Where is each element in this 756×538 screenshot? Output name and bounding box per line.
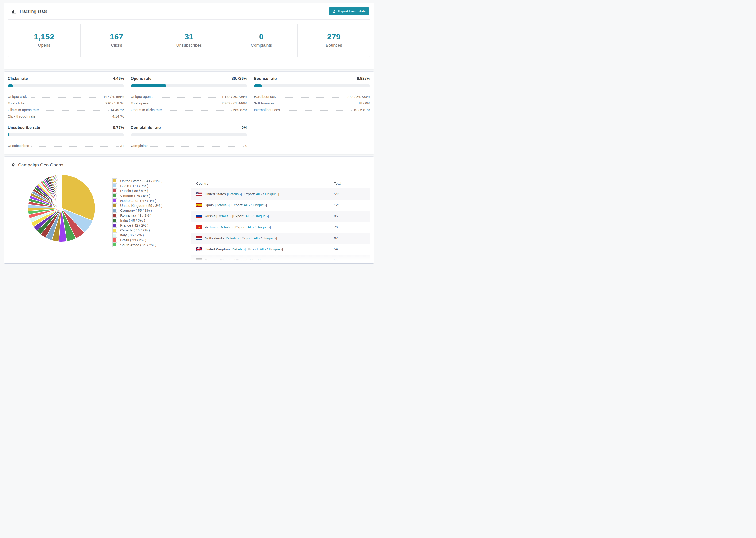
legend-swatch xyxy=(112,183,117,188)
details-link[interactable]: Details › xyxy=(220,225,233,229)
rate-head: Clicks rate 4.46% xyxy=(8,76,124,81)
legend-label: Canada ( 40 / 2% ) xyxy=(120,228,150,232)
rate-value: 30.736% xyxy=(232,76,247,81)
dotted-leader xyxy=(278,97,346,98)
metric-label: Total clicks xyxy=(8,101,25,105)
stat-value: 167 xyxy=(110,32,123,41)
geo-table-row-russia: Russia [Details ›] [Export: All › / Uniq… xyxy=(191,211,370,222)
legend-swatch xyxy=(112,178,117,183)
legend-item-netherlands: Netherlands ( 67 / 4% ) xyxy=(112,198,178,203)
pie-slice[interactable] xyxy=(61,175,62,208)
details-link[interactable]: Details › xyxy=(232,247,244,251)
export-basic-stats-button[interactable]: Export basic stats xyxy=(329,7,369,15)
export-all-link[interactable]: All › xyxy=(245,214,251,218)
legend-item-italy: Italy ( 36 / 2% ) xyxy=(112,233,178,238)
legend-label: South Africa ( 29 / 2% ) xyxy=(120,243,156,247)
rate-block-complaints-rate: Complaints rate 0% Complaints 0 xyxy=(131,125,247,148)
legend-item-spain: Spain ( 121 / 7% ) xyxy=(112,183,178,188)
metric-label: Soft bounces xyxy=(254,101,274,105)
stats-strip: 1,152 Opens 167 Clicks 31 Unsubscribes 0… xyxy=(8,24,370,57)
metric-value: 2,303 / 61.446% xyxy=(222,101,247,105)
geo-table-header: Country Total xyxy=(191,178,370,188)
legend-label: United States ( 541 / 31% ) xyxy=(120,179,162,183)
rate-block-opens-rate: Opens rate 30.736% Unique opens 1,152 / … xyxy=(131,76,247,118)
metric-label: Internal bounces xyxy=(254,108,280,112)
details-link[interactable]: Details › xyxy=(217,214,230,218)
country-total: 67 xyxy=(334,236,370,240)
legend-label: India ( 46 / 3% ) xyxy=(120,218,145,222)
stat-label: Complaints xyxy=(251,43,272,48)
export-all-link[interactable]: All › xyxy=(256,192,262,196)
stat-label: Unsubscribes xyxy=(176,43,202,48)
metric-value: 242 / 86.738% xyxy=(348,95,370,99)
metric-label: Unique opens xyxy=(131,95,153,99)
geo-body: United States ( 541 / 31% ) Spain ( 121 … xyxy=(4,174,374,264)
legend-item-india: India ( 46 / 3% ) xyxy=(112,218,178,223)
progress-bar xyxy=(254,84,370,87)
details-link[interactable]: Details › xyxy=(228,192,241,196)
rate-head: Complaints rate 0% xyxy=(131,125,247,130)
country-total: 79 xyxy=(334,225,370,229)
tracking-stats-card: Tracking stats Export basic stats 1,152 … xyxy=(4,3,374,70)
rate-title: Bounce rate xyxy=(254,76,277,81)
dotted-leader xyxy=(37,117,111,117)
details-link[interactable]: Details › xyxy=(221,258,234,262)
legend-item-germany: Germany ( 55 / 3% ) xyxy=(112,208,178,213)
export-unique-link[interactable]: Unique › xyxy=(254,214,268,218)
flag-ru-icon xyxy=(196,214,202,218)
rate-head: Bounce rate 6.927% xyxy=(254,76,370,81)
metric-value: 31 xyxy=(120,144,124,148)
export-unique-link[interactable]: Unique › xyxy=(265,192,278,196)
dotted-leader xyxy=(164,110,232,111)
legend-label: Germany ( 55 / 3% ) xyxy=(120,208,152,212)
rates-grid: Clicks rate 4.46% Unique clicks 167 / 4.… xyxy=(4,72,374,154)
country-total: 121 xyxy=(334,203,370,207)
legend-swatch xyxy=(112,188,117,193)
legend-item-romania: Romania ( 49 / 3% ) xyxy=(112,213,178,218)
export-unique-link[interactable]: Unique › xyxy=(257,225,270,229)
details-link[interactable]: Details › xyxy=(216,203,229,207)
legend-swatch xyxy=(112,208,117,213)
tracking-stats-header: Tracking stats Export basic stats xyxy=(4,3,374,20)
legend-label: Netherlands ( 67 / 4% ) xyxy=(120,198,156,202)
details-link[interactable]: Details › xyxy=(226,236,239,240)
metric-value: 0 xyxy=(245,144,247,148)
stat-value: 1,152 xyxy=(34,32,54,41)
dotted-leader xyxy=(151,104,220,104)
rate-block-clicks-rate: Clicks rate 4.46% Unique clicks 167 / 4.… xyxy=(8,76,124,118)
metric-row: Click through rate 4.147% xyxy=(8,112,124,118)
export-all-link[interactable]: All › xyxy=(244,203,250,207)
column-header-total: Total xyxy=(334,182,370,186)
stat-label: Bounces xyxy=(326,43,342,48)
geo-table-row-germany: Germany [Details ›] [Export: All › / Uni… xyxy=(191,255,370,264)
legend-swatch xyxy=(112,218,117,223)
export-unique-link[interactable]: Unique › xyxy=(258,258,272,262)
stat-value: 31 xyxy=(185,32,194,41)
flag-es-icon xyxy=(196,203,202,207)
geo-table-row-united-kingdom: United Kingdom [Details ›] [Export: All … xyxy=(191,243,370,255)
geo-table-row-united-states: United States [Details ›] [Export: All ›… xyxy=(191,188,370,199)
legend-swatch xyxy=(112,193,117,198)
rate-value: 6.927% xyxy=(357,76,370,81)
legend-item-france: France ( 42 / 2% ) xyxy=(112,223,178,228)
progress-bar xyxy=(8,133,124,136)
stat-card-bounces: 279 Bounces xyxy=(298,24,370,57)
export-unique-link[interactable]: Unique › xyxy=(263,236,276,240)
country-total: 59 xyxy=(334,247,370,251)
column-header-country: Country xyxy=(196,182,334,186)
metric-row: Total opens 2,303 / 61.446% xyxy=(131,99,247,105)
legend-item-united-kingdom: United Kingdom ( 59 / 3% ) xyxy=(112,203,178,208)
export-unique-link[interactable]: Unique › xyxy=(269,247,282,251)
geo-opens-header: Campaign Geo Opens xyxy=(4,157,374,173)
rate-title: Opens rate xyxy=(131,76,151,81)
metric-row: Soft bounces 18 / 0% xyxy=(254,99,370,105)
metric-value: 14.497% xyxy=(110,108,124,112)
export-all-link[interactable]: All › xyxy=(260,247,266,251)
export-unique-link[interactable]: Unique › xyxy=(253,203,266,207)
export-all-link[interactable]: All › xyxy=(249,258,255,262)
metric-label: Opens to clicks rate xyxy=(131,108,162,112)
metric-label: Clicks to opens rate xyxy=(8,108,39,112)
export-all-link[interactable]: All › xyxy=(253,236,260,240)
export-all-link[interactable]: All › xyxy=(247,225,253,229)
geo-table-row-vietnam: Vietnam [Details ›] [Export: All › / Uni… xyxy=(191,222,370,233)
